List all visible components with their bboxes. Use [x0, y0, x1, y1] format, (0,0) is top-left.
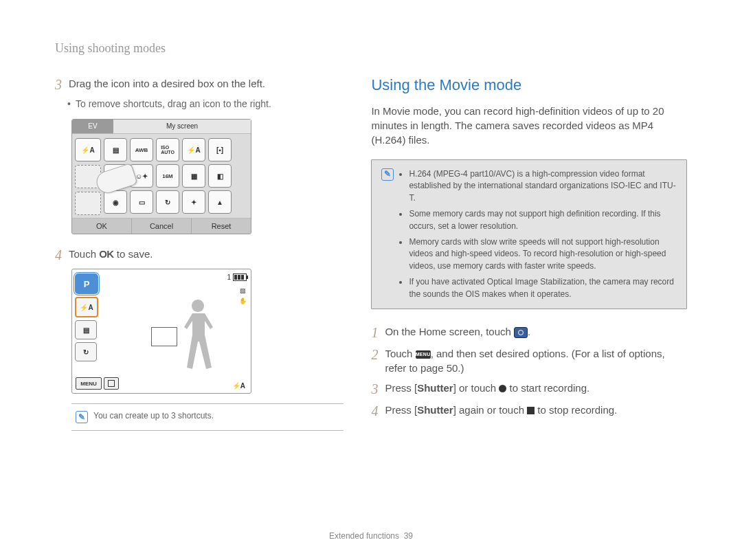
section-heading: Using the Movie mode: [371, 76, 687, 94]
icon-ev[interactable]: ▤: [104, 138, 127, 161]
flash-indicator: ⚡A: [232, 382, 245, 390]
af-target-box: [151, 327, 177, 346]
tab-ev[interactable]: EV: [72, 120, 113, 133]
icon-size[interactable]: 16M: [156, 164, 179, 188]
tab-my-screen[interactable]: My screen: [113, 120, 251, 133]
source-icon-grid: ▤ AWB ISOAUTO ⚡A [▪] ☺ ☺✦ 16M ▦ ◧ ◉ ▭ ↻ …: [104, 138, 232, 215]
icon-drive[interactable]: ▭: [130, 190, 153, 214]
icon-smart-filter[interactable]: ✦: [182, 190, 205, 214]
subject-silhouette: [179, 300, 220, 375]
my-screen-panel: EV My screen ⚡A ▤ AWB ISOAUTO ⚡A [▪]: [71, 119, 251, 234]
info-item: H.264 (MPEG-4 part10/AVC) is a high-comp…: [409, 168, 677, 204]
reset-button[interactable]: Reset: [192, 219, 251, 234]
step-4: 4 Touch OK to save.: [55, 247, 344, 263]
step-3-bullet: • To remove shortcuts, drag an icon to t…: [67, 98, 344, 109]
icon-iso[interactable]: ISOAUTO: [156, 138, 179, 161]
step-number: 3: [371, 381, 381, 397]
note-icon: ✎: [76, 411, 88, 423]
shortcut-ev[interactable]: ▤: [75, 320, 97, 339]
left-column: 3 Drag the icon into a desired box on th…: [55, 76, 344, 431]
hand-icon: ✋: [239, 298, 247, 304]
shortcut-flash[interactable]: ⚡A: [75, 297, 98, 317]
right-status-icons: ▧ ✋: [239, 287, 247, 304]
info-note-box: ✎ H.264 (MPEG-4 part10/AVC) is a high-co…: [371, 159, 687, 309]
info-list: H.264 (MPEG-4 part10/AVC) is a high-comp…: [401, 168, 677, 300]
movie-step-4: 4 Press [Shutter] again or touch to stop…: [371, 403, 687, 419]
icon-metering[interactable]: ◉: [104, 190, 127, 214]
battery-icon: [233, 273, 247, 281]
cancel-button[interactable]: Cancel: [132, 219, 192, 234]
shot-counter: 1: [227, 273, 231, 281]
stop-square-icon: [527, 407, 535, 414]
playback-thumb-button[interactable]: [104, 377, 119, 390]
shortcut-slot-3[interactable]: [75, 192, 101, 215]
intro-paragraph: In Movie mode, you can record high-defin…: [371, 104, 687, 147]
right-column: Using the Movie mode In Movie mode, you …: [371, 76, 687, 431]
shortcut-slot-1[interactable]: ⚡A: [75, 138, 101, 161]
shortcut-timer[interactable]: ↻: [75, 342, 97, 361]
icon-timer[interactable]: ↻: [156, 190, 179, 214]
shortcut-bar: P ⚡A ▤ ↻: [75, 273, 98, 361]
icon-focus-area[interactable]: [▪]: [208, 138, 232, 161]
icon-face[interactable]: ☺: [104, 164, 127, 188]
step-text: Press [Shutter] again or touch to stop r…: [385, 403, 687, 419]
movie-mode-icon: [514, 327, 528, 338]
step-3: 3 Drag the icon into a desired box on th…: [55, 76, 344, 93]
step-text: On the Home screen, touch .: [385, 324, 687, 341]
icon-image-adj[interactable]: ▲: [208, 190, 232, 214]
icon-flash[interactable]: ⚡A: [182, 138, 205, 161]
page-footer: Extended functions 39: [0, 531, 742, 541]
step-text: Touch MENU, and then set desired options…: [385, 346, 687, 375]
ok-button[interactable]: OK: [72, 219, 132, 234]
step-number: 4: [55, 247, 65, 263]
icon-acb[interactable]: ◧: [208, 164, 232, 188]
mode-p-badge[interactable]: P: [75, 273, 98, 294]
camera-preview-panel: P ⚡A ▤ ↻ 1 ▧ ✋ MENU ⚡: [71, 269, 251, 394]
info-item: Memory cards with slow write speeds will…: [409, 236, 677, 272]
step-text: Touch OK to save.: [69, 247, 344, 263]
status-bar: 1: [227, 273, 247, 281]
shortcut-slot-2[interactable]: [75, 165, 101, 188]
step-number: 4: [371, 403, 381, 419]
icon-quality[interactable]: ▦: [182, 164, 205, 188]
record-dot-icon: [499, 385, 506, 392]
movie-step-3: 3 Press [Shutter] or touch to start reco…: [371, 381, 687, 397]
movie-step-1: 1 On the Home screen, touch .: [371, 324, 687, 341]
running-header: Using shooting modes: [55, 41, 687, 56]
icon-face-reg[interactable]: ☺✦: [130, 164, 153, 188]
icon-awb[interactable]: AWB: [130, 138, 153, 161]
menu-button[interactable]: MENU: [76, 377, 102, 390]
step-number: 1: [371, 324, 381, 341]
step-number: 3: [55, 76, 65, 93]
info-item: If you have activated Optical Image Stab…: [409, 276, 677, 300]
step-text: Drag the icon into a desired box on the …: [69, 76, 344, 93]
info-item: Some memory cards may not support high d…: [409, 208, 677, 232]
step-number: 2: [371, 346, 381, 375]
step-text: Press [Shutter] or touch to start record…: [385, 381, 687, 397]
ois-icon: ▧: [240, 287, 246, 294]
note-icon: ✎: [381, 168, 394, 181]
inline-ok-icon: OK: [99, 247, 114, 261]
movie-step-2: 2 Touch MENU, and then set desired optio…: [371, 346, 687, 375]
menu-icon: MENU: [416, 350, 431, 359]
shortcut-drop-column[interactable]: ⚡A: [75, 138, 101, 215]
shortcut-note: ✎ You can create up to 3 shortcuts.: [71, 403, 344, 431]
